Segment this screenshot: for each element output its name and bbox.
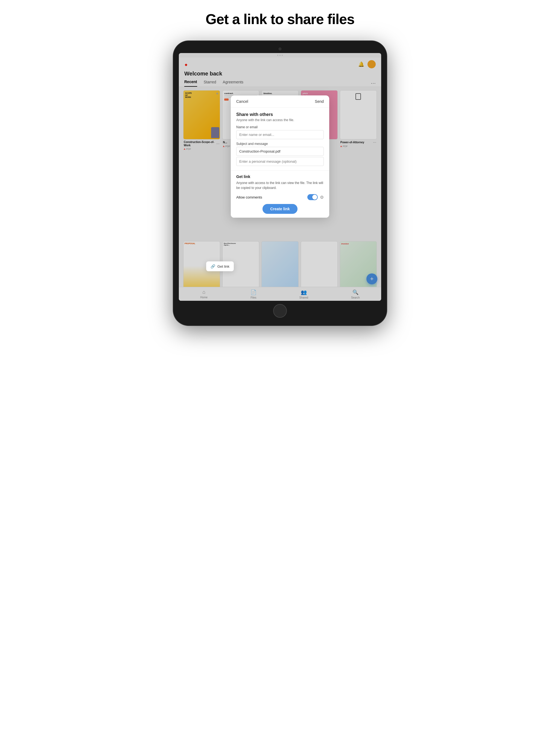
name-email-label: Name or email (236, 125, 324, 129)
page-title: Get a link to share files (206, 11, 354, 27)
get-link-title: Get link (236, 175, 324, 179)
modal-overlay: Cancel Send Share with others Anyone wit… (179, 53, 381, 301)
link-icon: 🔗 (210, 264, 215, 268)
tablet-frame: ⬥ 🔔 Welcome back Recent Starred Agreemen… (173, 41, 387, 325)
dialog-header: Cancel Send (231, 96, 329, 108)
get-link-section: Get link Anyone with access to the link … (231, 170, 329, 217)
share-subtitle: Anyone with the link can access the file… (236, 118, 324, 122)
gear-icon[interactable]: ⚙ (320, 195, 324, 200)
allow-comments-row: Allow comments ⚙ (236, 194, 324, 200)
get-link-card-label: Get link (218, 264, 229, 268)
get-link-card[interactable]: 🔗 Get link (206, 261, 234, 271)
get-link-desc: Anyone with access to the link can view … (236, 180, 324, 190)
subject-label: Subject and message (236, 142, 324, 146)
subject-input[interactable] (236, 147, 324, 156)
share-with-title: Share with others (236, 112, 324, 117)
send-button[interactable]: Send (315, 99, 324, 104)
cancel-button[interactable]: Cancel (236, 99, 248, 104)
share-dialog: Cancel Send Share with others Anyone wit… (231, 96, 329, 217)
allow-comments-toggle[interactable] (307, 194, 318, 200)
toggle-knob (312, 195, 317, 200)
tablet-screen: ⬥ 🔔 Welcome back Recent Starred Agreemen… (179, 53, 381, 301)
toggle-gear-row: ⚙ (307, 194, 324, 200)
allow-comments-label: Allow comments (236, 195, 262, 199)
name-email-input[interactable] (236, 130, 324, 139)
share-with-section: Share with others Anyone with the link c… (231, 108, 329, 170)
tablet-home-button[interactable] (273, 304, 287, 318)
tablet-camera (279, 48, 281, 50)
create-link-button[interactable]: Create link (262, 204, 298, 214)
message-input[interactable] (236, 157, 324, 166)
